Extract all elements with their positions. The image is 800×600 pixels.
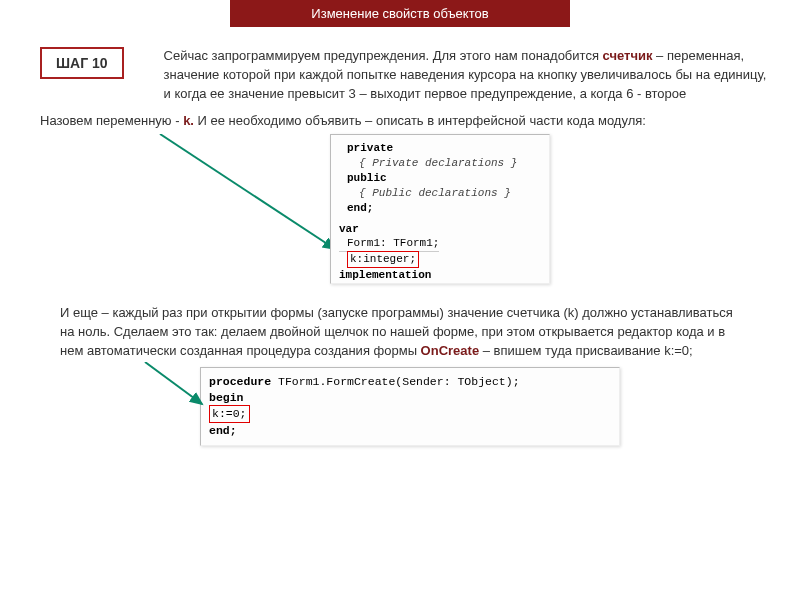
counter-word: счетчик [603, 48, 653, 63]
highlighted-var-decl: k:integer; [347, 251, 419, 268]
slide-content: ШАГ 10 Сейчас запрограммируем предупрежд… [0, 27, 800, 446]
slide-title: Изменение свойств объектов [311, 6, 488, 21]
code-figure-1: private { Private declarations } public … [140, 134, 660, 294]
slide-header: Изменение свойств объектов [230, 0, 570, 27]
step-description: Сейчас запрограммируем предупреждения. Д… [164, 47, 770, 104]
step-row: ШАГ 10 Сейчас запрограммируем предупрежд… [30, 47, 770, 104]
step-badge: ШАГ 10 [40, 47, 124, 79]
highlighted-assignment: k:=0; [209, 405, 250, 423]
paragraph-1: Назовем переменную - k. И ее необходимо … [30, 112, 770, 131]
step-label: ШАГ 10 [56, 55, 108, 71]
var-k: k. [183, 113, 194, 128]
svg-line-0 [160, 134, 335, 249]
oncreate-word: OnCreate [421, 343, 480, 358]
svg-line-1 [145, 362, 202, 404]
code-figure-2: procedure TForm1.FormCreate(Sender: TObj… [200, 367, 620, 446]
paragraph-2: И еще – каждый раз при открытии формы (з… [30, 304, 770, 361]
code-snippet-declarations: private { Private declarations } public … [330, 134, 550, 284]
code-snippet-formcreate: procedure TForm1.FormCreate(Sender: TObj… [200, 367, 620, 446]
